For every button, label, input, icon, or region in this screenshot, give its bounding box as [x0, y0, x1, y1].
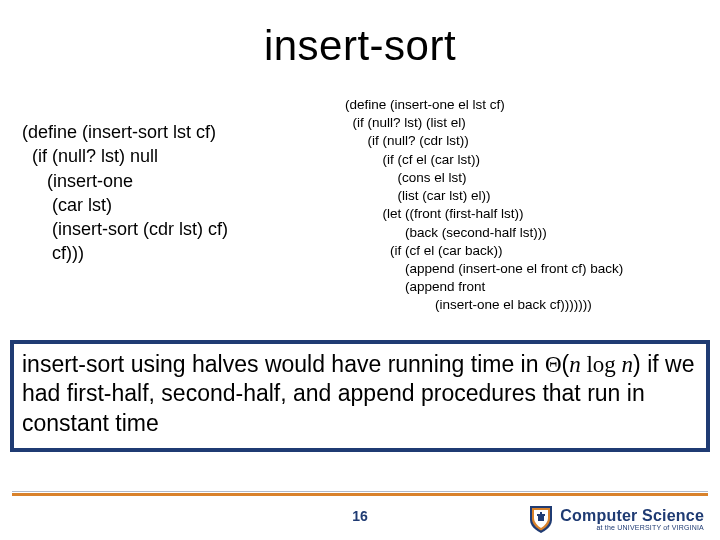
- footer-logo-text: Computer Science at the UNIVERSITY of VI…: [560, 508, 704, 531]
- n1: n: [569, 352, 581, 377]
- slide-title: insert-sort: [0, 22, 720, 70]
- divider-accent: [12, 493, 708, 496]
- rparen: ): [633, 351, 641, 377]
- slide: insert-sort (define (insert-sort lst cf)…: [0, 0, 720, 540]
- footer-logo-line2: at the UNIVERSITY of VIRGINIA: [560, 524, 704, 531]
- svg-rect-2: [540, 512, 542, 515]
- svg-rect-1: [538, 516, 544, 521]
- n2: n: [622, 352, 634, 377]
- divider-top: [12, 491, 708, 492]
- code-block-left: (define (insert-sort lst cf) (if (null? …: [22, 120, 322, 266]
- callout-text-pre: insert-sort using halves would have runn…: [22, 351, 545, 377]
- theta-symbol: Θ: [545, 352, 562, 377]
- callout-box: insert-sort using halves would have runn…: [10, 340, 710, 452]
- footer-logo-line1: Computer Science: [560, 508, 704, 524]
- footer-logo: Computer Science at the UNIVERSITY of VI…: [528, 504, 704, 534]
- shield-icon: [528, 504, 554, 534]
- code-block-right: (define (insert-one el lst cf) (if (null…: [345, 96, 705, 315]
- log-word: log: [581, 352, 622, 377]
